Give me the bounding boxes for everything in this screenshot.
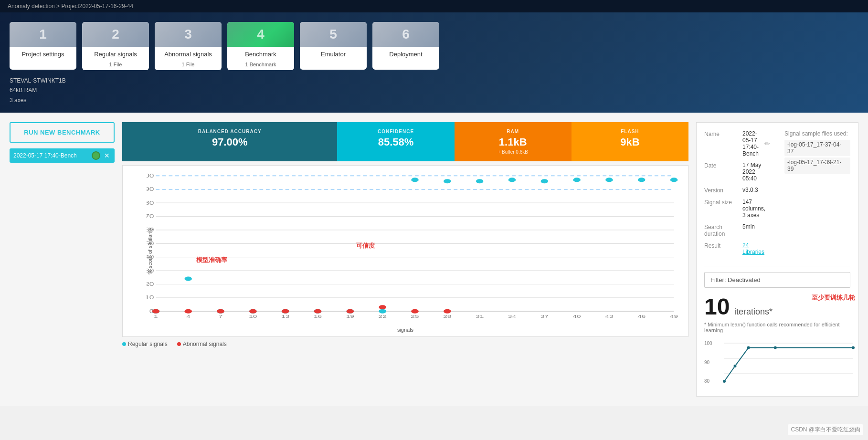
signal-files-column: Signal sample files used: -log-05-17_17-… [784, 130, 850, 260]
confidence-value: 85.58% [347, 136, 445, 148]
balanced-accuracy-box: BALANCED ACCURACY 97.00% [122, 122, 337, 161]
iterations-number: 10 [704, 294, 730, 319]
step-sub-4: 1 Benchmark [245, 62, 276, 70]
header-section: 1Project settings2Regular signals1 File3… [0, 12, 868, 113]
confidence-box: CONFIDENCE 85.58% [337, 122, 454, 161]
close-button[interactable]: ✕ [103, 152, 111, 159]
svg-text:49: 49 [670, 314, 678, 319]
step-label-6: Deployment [386, 47, 425, 61]
svg-text:13: 13 [281, 314, 289, 319]
svg-point-58 [184, 309, 192, 314]
result-value[interactable]: 24 Libraries [742, 242, 770, 255]
step-card-4[interactable]: 4Benchmark1 Benchmark [227, 22, 294, 70]
step-top-2: 2 [82, 22, 149, 47]
svg-text:80: 80 [147, 200, 154, 205]
x-axis-label: signals [397, 327, 413, 333]
confidence-label: CONFIDENCE [347, 129, 445, 134]
annotation-iterations: 至少要训练几轮 [812, 293, 855, 302]
svg-text:10: 10 [147, 295, 154, 300]
step-card-1[interactable]: 1Project settings [10, 22, 76, 70]
run-benchmark-button[interactable]: RUN NEW BENCHMARK [10, 122, 115, 143]
svg-text:34: 34 [508, 314, 516, 319]
main-content: RUN NEW BENCHMARK 2022-05-17 17:40-Bench… [0, 113, 868, 406]
date-label: Date [704, 162, 742, 169]
svg-point-53 [573, 178, 581, 182]
svg-text:25: 25 [411, 314, 419, 319]
signal-files-list: -log-05-17_17-37-04-37-log-05-17_17-39-2… [784, 140, 850, 174]
ram-label: 64kB RAM [10, 85, 858, 95]
ram-buffer: + Buffer 0.6kB [464, 149, 562, 155]
svg-point-66 [444, 309, 451, 314]
svg-point-72 [747, 346, 750, 349]
step-label-1: Project settings [19, 47, 67, 61]
benchmark-entry[interactable]: 2022-05-17 17:40-Bench ✕ [10, 148, 115, 163]
right-panel: Name 2022-05-17 17:40-Bench ✏ Date 17 Ma… [696, 122, 858, 397]
svg-point-54 [605, 178, 613, 182]
svg-text:22: 22 [379, 314, 387, 319]
left-panel: RUN NEW BENCHMARK 2022-05-17 17:40-Bench… [10, 122, 115, 397]
version-label: Version [704, 187, 742, 194]
step-number-1: 1 [39, 27, 47, 42]
step-card-3[interactable]: 3Abnormal signals1 File [155, 22, 222, 70]
svg-text:7: 7 [219, 314, 223, 319]
signal-file-item: -log-05-17_17-39-21-39 [784, 157, 850, 174]
status-circle [92, 151, 100, 160]
steps-row: 1Project settings2Regular signals1 File3… [10, 22, 858, 70]
legend-abnormal: Abnormal signals [183, 341, 227, 347]
info-column: Name 2022-05-17 17:40-Bench ✏ Date 17 Ma… [704, 130, 770, 260]
step-top-4: 4 [227, 22, 294, 47]
result-row: Result 24 Libraries [704, 242, 770, 255]
ram-box: RAM 1.1kB + Buffer 0.6kB [455, 122, 572, 161]
step-card-5[interactable]: 5Emulator [300, 22, 367, 70]
flash-label: FLASH [581, 129, 679, 134]
svg-text:10: 10 [249, 314, 257, 319]
balanced-accuracy-value: 97.00% [132, 136, 328, 148]
ram-value: 1.1kB [464, 136, 562, 148]
step-top-6: 6 [372, 22, 439, 47]
svg-point-64 [379, 305, 386, 309]
svg-point-51 [508, 178, 516, 182]
board-label: STEVAL-STWINKT1B [10, 76, 858, 85]
signal-size-value: 147 columns, 3 axes [742, 199, 770, 219]
filter-box[interactable]: Filter: Deactivated [704, 272, 850, 288]
iterations-suffix: iterations* [734, 307, 773, 316]
y-axis-label: % score of similarity [147, 228, 153, 274]
svg-point-48 [411, 178, 419, 182]
svg-point-41 [184, 277, 192, 281]
step-top-1: 1 [10, 22, 76, 47]
scatter-chart: % score of similarity 010203040506070809… [122, 165, 688, 337]
svg-text:19: 19 [346, 314, 354, 319]
svg-point-47 [379, 309, 386, 314]
svg-text:90: 90 [147, 187, 154, 192]
svg-point-71 [734, 365, 737, 367]
iterations-chart: 100 90 80 [704, 341, 850, 388]
svg-text:100: 100 [147, 173, 154, 178]
name-label: Name [704, 130, 742, 137]
step-card-6[interactable]: 6Deployment [372, 22, 439, 70]
step-number-3: 3 [184, 27, 192, 42]
svg-point-50 [476, 179, 484, 183]
svg-text:20: 20 [147, 282, 154, 287]
svg-point-56 [670, 178, 678, 182]
step-label-5: Emulator [318, 47, 349, 61]
svg-text:31: 31 [476, 314, 484, 319]
name-row: Name 2022-05-17 17:40-Bench ✏ [704, 130, 770, 157]
step-card-2[interactable]: 2Regular signals1 File [82, 22, 149, 70]
edit-icon[interactable]: ✏ [764, 140, 770, 147]
name-value: 2022-05-17 17:40-Bench ✏ [742, 130, 770, 157]
step-label-3: Abnormal signals [161, 47, 215, 61]
step-sub-3: 1 File [182, 62, 195, 70]
metrics-row: BALANCED ACCURACY 97.00% CONFIDENCE 85.5… [122, 122, 688, 161]
svg-text:40: 40 [573, 314, 581, 319]
svg-text:43: 43 [605, 314, 613, 319]
svg-point-49 [444, 179, 451, 183]
step-sub-2: 1 File [109, 62, 122, 70]
legend-regular: Regular signals [128, 341, 168, 347]
svg-point-74 [852, 346, 855, 349]
search-duration-label: Search duration [704, 223, 742, 237]
step-top-3: 3 [155, 22, 222, 47]
signal-file-item: -log-05-17_17-37-04-37 [784, 140, 850, 156]
search-duration-row: Search duration 5min [704, 223, 770, 237]
step-number-2: 2 [112, 27, 119, 42]
iterations-svg [716, 341, 858, 384]
